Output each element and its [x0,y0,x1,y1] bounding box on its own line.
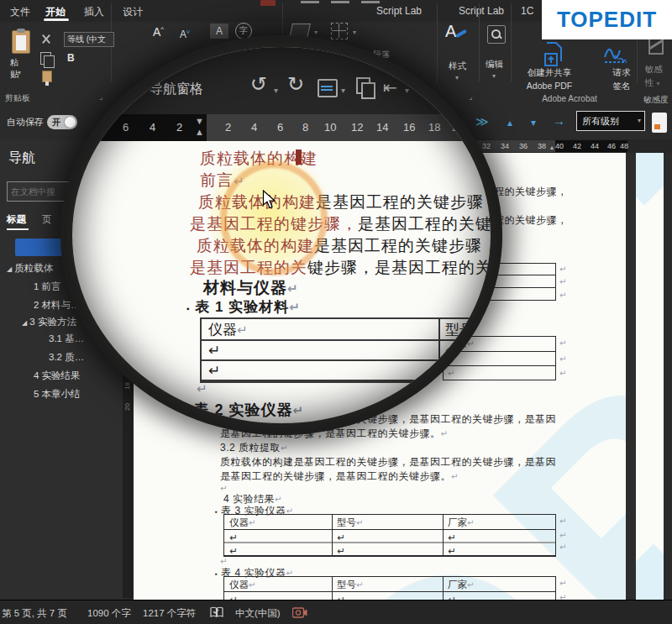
sidebar-item-3[interactable]: ◢ 3 实验方法 [22,316,76,328]
scrollbar-track[interactable] [664,153,672,600]
toggle-knob [65,117,76,128]
chevron-down-icon[interactable]: ▾ [353,29,356,36]
hanging-indent-marker[interactable]: ▲ [195,127,204,137]
styles-button[interactable]: A [445,22,456,41]
sidebar-item-chapter[interactable]: ◢ 质粒载体 [7,262,53,275]
topedit-logo: TOPEDIT [542,0,672,39]
adjacent-page-edge [636,153,664,600]
sidebar-item-4[interactable]: 4 实验结果 [34,370,81,382]
chevron-down-icon: ▾ [341,86,345,95]
recorder-icon[interactable] [292,607,307,620]
tab-partial[interactable]: 1C [521,5,533,17]
vruler-number: 20 [123,403,131,411]
previous-heading-icon[interactable]: ▴ [507,117,512,128]
create-pdf-label-1[interactable]: 创建并共享 [514,67,585,79]
tab-file[interactable]: 文件 [10,5,30,19]
chevron-down-icon: ▾ [274,86,278,95]
styles-dialog-launcher[interactable]: ⌟ [469,92,472,101]
pilcrow-mark: ↵ [559,579,566,588]
create-pdf-label-2[interactable]: Adobe PDF [514,81,585,91]
bold-button[interactable]: B [67,52,75,64]
chevron-down-icon: ▾ [18,69,21,76]
watermark-fragment [636,153,664,205]
copy-icon[interactable] [40,52,51,65]
acrobat-group-label: Adobe Acrobat [519,94,620,103]
char-count[interactable]: 1217 个字符 [143,607,196,620]
font-name-box[interactable]: 等线 (中文 [64,32,114,47]
tab-home[interactable]: 开始 [45,5,66,19]
right-indent-marker[interactable]: ▴ [550,144,554,151]
pilcrow-mark: ↵ [220,557,227,566]
page-indicator[interactable]: 第 5 页, 共 7 页 [2,607,67,620]
group-divider [437,3,438,82]
table-4: 仪器↵ 型号↵ 厂家↵ ↵↵↵ [223,576,556,600]
tab-headings[interactable]: 标题 [7,213,26,226]
next-heading-icon[interactable]: ▾ [531,117,536,128]
request-signatures-label-2[interactable]: 签名 [606,81,637,92]
proofing-icon[interactable] [210,606,223,620]
clipboard-dialog-launcher[interactable]: ⌟ [99,92,102,101]
editing-label[interactable]: 编辑 [486,59,503,71]
request-signatures-icon[interactable] [603,42,628,67]
navigation-pane-button: 导航窗格 [150,81,203,98]
tab-insert[interactable]: 插入 [84,5,104,19]
sensitivity-group-label: 敏感度 [643,94,669,106]
chevron-down-icon[interactable]: ▾ [314,29,318,36]
autosave-label: 自动保存 [7,116,44,128]
language-indicator[interactable]: 中文(中国) [235,607,281,620]
bullet-icon: ▪ [215,570,218,578]
first-line-indent-marker[interactable]: ▼ [195,116,204,126]
request-signatures-label-1[interactable]: 请求 [606,67,637,79]
sidebar-item-31[interactable]: 3.1 基… [49,333,84,345]
tab-script-lab-1[interactable]: Script Lab [376,5,422,17]
bullet-icon: ▪ [186,304,191,313]
styles-letter: A [445,22,456,40]
page-bookmark-icon[interactable] [652,113,667,133]
page-gap [626,153,636,600]
expand-triangle-icon[interactable]: ◢ [7,265,12,273]
undo-icon: ↺ [250,72,267,96]
cut-icon[interactable] [40,34,52,45]
ruler-number: 38 [538,142,546,150]
vruler-number: 18 [123,382,131,390]
table-cell: 厂家↵ [448,579,474,591]
table-border [555,336,556,380]
pilcrow-mark: ↵ [559,265,566,274]
table-cell: 型号↵ [337,517,363,529]
table-border [486,300,556,301]
pilcrow-mark: ↵ [448,369,454,378]
sidebar-item-5[interactable]: 5 本章小结 [34,388,81,401]
redo-icon: ↻ [287,72,304,96]
clipboard-group-label: 剪贴板 [5,92,30,104]
sidebar-item-32[interactable]: 3.2 质… [49,351,84,364]
shrink-font-button[interactable]: Av [180,28,190,40]
table-row: 仪器↵ 型号↵ 厂家↵ [224,577,555,592]
borders-icon[interactable] [331,23,348,39]
expand-triangle-icon[interactable]: ◢ [22,319,27,327]
chevron-down-icon: ▾ [492,72,496,80]
goto-arrow-icon[interactable]: → [553,113,565,128]
format-painter-icon[interactable] [42,71,52,82]
ruler-number: 48 [620,142,628,150]
sensitivity-label-1: 敏感 [645,64,663,76]
character-shading-button[interactable]: A [210,24,228,39]
grow-font-button[interactable]: A^ [153,25,164,39]
sidebar-item-1[interactable]: 1 前言 [34,281,61,293]
editing-search-icon[interactable] [487,25,506,44]
navigation-title: 导航 [8,149,35,167]
tab-design[interactable]: 设计 [123,5,143,19]
jump-double-arrow-icon[interactable]: ≫ [475,114,489,129]
word-count[interactable]: 1090 个字 [87,607,131,620]
tab-script-lab-2[interactable]: Script Lab [459,5,504,17]
create-pdf-icon[interactable] [543,42,564,69]
magnified-ribbon-fragment [331,1,349,3]
heading-level-dropdown[interactable]: 所有级别 ▾ [576,111,645,131]
tab-pages[interactable]: 页 [42,213,52,226]
pilcrow-mark: ↵ [559,354,566,364]
table-border [332,577,333,600]
table-border [443,577,444,600]
autosave-toggle[interactable]: 开 [47,115,77,129]
bullet-icon: ▪ [215,508,218,516]
ruler-number: 36 [519,142,528,150]
table-cell: 型号↵ [337,579,363,591]
